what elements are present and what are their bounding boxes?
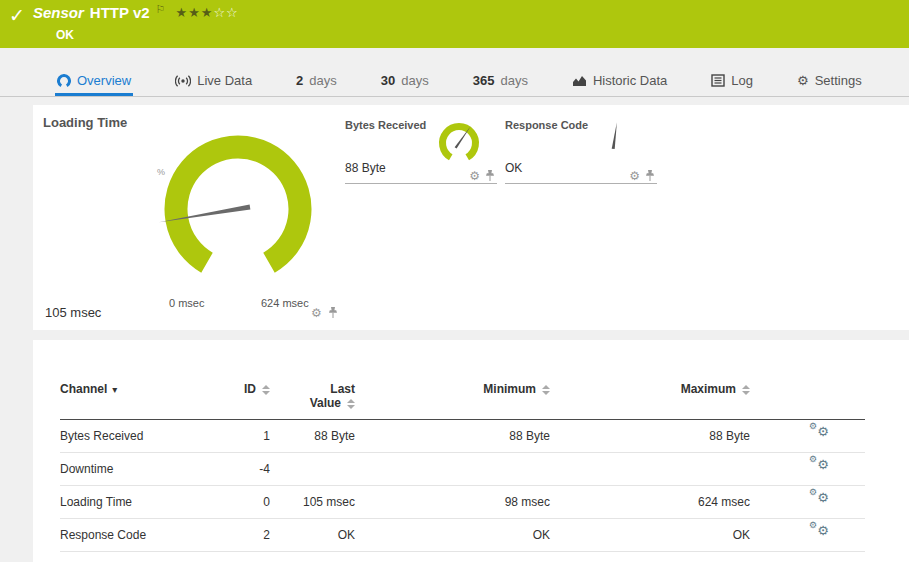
table-row: Downtime -4 ⚙⚙ xyxy=(60,453,865,486)
loading-time-value: 105 msec xyxy=(45,305,101,320)
response-code-gauge-block: Response Code OK ⚙ xyxy=(505,117,657,187)
table-header-row: Channel▾ ID Last Value Minimum Maximum xyxy=(60,382,865,420)
channel-settings-icon[interactable]: ⚙⚙ xyxy=(809,460,829,475)
cell-id: 1 xyxy=(210,429,270,443)
cell-channel: Response Code xyxy=(60,528,210,542)
channel-settings-icon[interactable]: ⚙⚙ xyxy=(809,526,829,541)
tab-settings[interactable]: ⚙ Settings xyxy=(795,68,864,96)
bytes-received-gauge-block: Bytes Received 88 Byte ⚙ xyxy=(345,117,497,187)
cell-id: 2 xyxy=(210,528,270,542)
channel-sort-caret-icon: ▾ xyxy=(112,384,117,395)
cell-minimum: 88 Byte xyxy=(355,429,550,443)
tab-overview[interactable]: Overview xyxy=(55,68,133,96)
column-header-id-label: ID xyxy=(244,382,256,396)
channel-settings-icon[interactable]: ⚙⚙ xyxy=(809,493,829,508)
gauge-scale-max: 624 msec xyxy=(261,297,309,309)
tab-30-days[interactable]: 30 days xyxy=(379,68,431,96)
cell-channel: Downtime xyxy=(60,462,210,476)
column-header-minimum[interactable]: Minimum xyxy=(355,382,550,396)
live-data-broadcast-icon xyxy=(175,74,191,88)
tab-365-days-number: 365 xyxy=(473,73,495,88)
settings-gear-icon: ⚙ xyxy=(797,73,809,88)
bytes-received-gauge xyxy=(432,117,487,169)
tab-365-days[interactable]: 365 days xyxy=(471,68,530,96)
column-header-maximum[interactable]: Maximum xyxy=(550,382,750,396)
response-code-gauge xyxy=(587,117,642,169)
graph-pin-icon[interactable] xyxy=(645,169,655,182)
sort-icon xyxy=(347,399,355,409)
tab-historic-data-label: Historic Data xyxy=(593,73,667,88)
loading-time-gauge xyxy=(128,117,348,307)
column-header-channel-label: Channel xyxy=(60,382,107,396)
sensor-status-header: ✓ Sensor HTTP v2 ⚐ ★★★☆☆ OK xyxy=(0,0,909,48)
graph-pin-icon[interactable] xyxy=(485,169,495,182)
column-header-id[interactable]: ID xyxy=(210,382,270,396)
tab-live-data[interactable]: Live Data xyxy=(173,68,254,96)
log-list-icon xyxy=(711,74,725,87)
cell-maximum: 88 Byte xyxy=(550,429,750,443)
cell-id: -4 xyxy=(210,462,270,476)
table-row: Response Code 2 OK OK OK ⚙⚙ xyxy=(60,519,865,552)
tab-365-days-label: days xyxy=(500,73,527,88)
gauges-panel: Loading Time % 0 msec 624 msec 105 msec … xyxy=(33,105,909,330)
stars-empty: ☆☆ xyxy=(213,5,238,20)
response-code-value: OK xyxy=(505,161,522,175)
sensor-title: Sensor HTTP v2 ⚐ ★★★☆☆ xyxy=(33,4,239,21)
table-row: Loading Time 0 105 msec 98 msec 624 msec… xyxy=(60,486,865,519)
sensor-status-text: OK xyxy=(56,28,74,42)
tab-historic-data[interactable]: Historic Data xyxy=(570,68,669,96)
cell-channel: Bytes Received xyxy=(60,429,210,443)
column-header-maximum-label: Maximum xyxy=(681,382,736,396)
historic-data-chart-icon xyxy=(572,74,587,87)
tab-30-days-number: 30 xyxy=(381,73,395,88)
column-header-channel[interactable]: Channel▾ xyxy=(60,382,210,396)
tab-30-days-label: days xyxy=(401,73,428,88)
cell-maximum: OK xyxy=(550,528,750,542)
priority-stars[interactable]: ★★★☆☆ xyxy=(175,5,238,20)
flag-icon[interactable]: ⚐ xyxy=(156,3,166,16)
column-header-minimum-label: Minimum xyxy=(483,382,536,396)
tab-2-days[interactable]: 2 days xyxy=(294,68,339,96)
cell-last-value: 88 Byte xyxy=(270,429,355,443)
graph-settings-gear-icon[interactable]: ⚙ xyxy=(469,170,480,182)
tab-bar: Overview Live Data 2 days 30 days 365 da… xyxy=(0,68,909,97)
divider xyxy=(505,183,657,184)
response-code-title: Response Code xyxy=(505,119,588,131)
graph-pin-icon[interactable] xyxy=(328,306,338,319)
cell-minimum: OK xyxy=(355,528,550,542)
bytes-received-title: Bytes Received xyxy=(345,119,426,131)
table-row: Bytes Received 1 88 Byte 88 Byte 88 Byte… xyxy=(60,420,865,453)
channel-settings-icon[interactable]: ⚙⚙ xyxy=(809,427,829,442)
sort-icon xyxy=(742,385,750,395)
cell-minimum: 98 msec xyxy=(355,495,550,509)
sensor-type-label: Sensor xyxy=(33,4,84,21)
cell-last-value: OK xyxy=(270,528,355,542)
sensor-name: HTTP v2 xyxy=(90,4,150,21)
tab-settings-label: Settings xyxy=(815,73,862,88)
channels-panel: Channel▾ ID Last Value Minimum Maximum B… xyxy=(33,340,909,562)
bytes-received-value: 88 Byte xyxy=(345,161,386,175)
tab-2-days-number: 2 xyxy=(296,73,303,88)
gauge-needle xyxy=(612,122,617,149)
tab-live-data-label: Live Data xyxy=(197,73,252,88)
cell-channel: Loading Time xyxy=(60,495,210,509)
cell-maximum: 624 msec xyxy=(550,495,750,509)
sort-icon xyxy=(262,385,270,395)
cell-id: 0 xyxy=(210,495,270,509)
gauge-scale-min: 0 msec xyxy=(169,297,204,309)
graph-settings-gear-icon[interactable]: ⚙ xyxy=(311,307,322,319)
channels-table: Channel▾ ID Last Value Minimum Maximum B… xyxy=(60,382,865,552)
tab-log-label: Log xyxy=(731,73,753,88)
tab-2-days-label: days xyxy=(309,73,336,88)
gauge-arc xyxy=(176,147,300,263)
tab-overview-label: Overview xyxy=(77,73,131,88)
loading-time-title: Loading Time xyxy=(43,115,127,130)
stars-filled: ★★★ xyxy=(175,5,213,20)
column-header-last-value[interactable]: Last Value xyxy=(270,382,355,410)
graph-settings-gear-icon[interactable]: ⚙ xyxy=(629,170,640,182)
cell-last-value: 105 msec xyxy=(270,495,355,509)
tab-log[interactable]: Log xyxy=(709,68,755,96)
overview-gauge-icon xyxy=(57,74,71,88)
sort-icon xyxy=(542,385,550,395)
page: ✓ Sensor HTTP v2 ⚐ ★★★☆☆ OK Overview Liv… xyxy=(0,0,909,562)
